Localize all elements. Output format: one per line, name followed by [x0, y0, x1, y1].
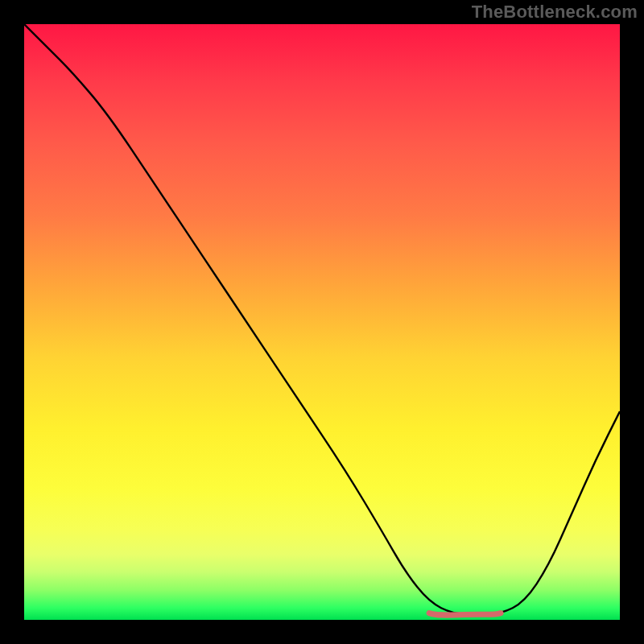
plot-area: [24, 24, 620, 620]
curve-layer: [24, 24, 620, 620]
bottleneck-curve: [24, 24, 620, 614]
highlight-segment: [429, 613, 501, 616]
watermark-text: TheBottleneck.com: [472, 2, 638, 23]
chart-container: TheBottleneck.com: [0, 0, 644, 644]
